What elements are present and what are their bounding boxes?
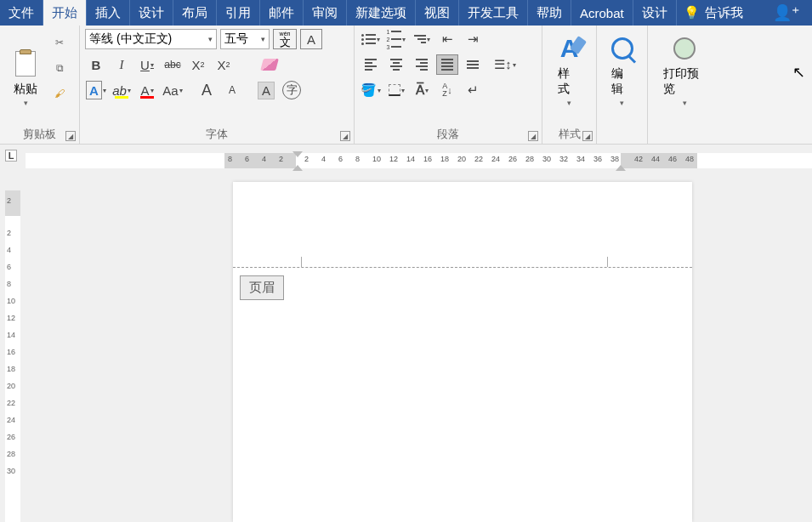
tab-view[interactable]: 视图 (416, 0, 459, 26)
chevron-down-icon: ▾ (567, 99, 571, 107)
vruler-num: 12 (7, 314, 15, 322)
change-case-button[interactable]: Aa▾ (162, 80, 184, 100)
hruler-num: 6 (338, 155, 343, 163)
distributed-button[interactable] (462, 54, 484, 75)
editing-button[interactable]: 编辑 ▾ (601, 29, 644, 125)
highlight-button[interactable]: ab▾ (111, 80, 133, 100)
chevron-down-icon: ▾ (427, 36, 430, 43)
hruler-num: 4 (321, 155, 326, 163)
superscript-button[interactable]: X2 (213, 54, 235, 75)
align-left-button[interactable] (360, 54, 382, 75)
paste-dropdown-caret[interactable]: ▾ (24, 99, 28, 107)
bullets-button[interactable]: ▾ (360, 29, 382, 49)
hruler-num: 4 (262, 155, 266, 163)
align-justify-button[interactable] (436, 54, 458, 75)
phonetic-guide-button[interactable]: wén 文 (273, 29, 297, 49)
vruler-num: 2 (7, 196, 11, 205)
group-paragraph: ▾ 123▾ ▾ ⇤ ⇥ ☰↕▾ 🪣▾ ▾ (355, 26, 542, 144)
clear-format-button[interactable] (258, 54, 281, 75)
line-spacing-button[interactable]: ☰↕▾ (494, 54, 516, 75)
eraser-icon (260, 59, 279, 71)
tab-help[interactable]: 帮助 (528, 0, 571, 26)
group-font: 等线 (中文正文) ▾ 五号 ▾ wén 文 A B I (80, 26, 355, 144)
share-icon[interactable]: 👤⁺ (761, 0, 812, 26)
cut-button[interactable]: ✂ (51, 34, 68, 51)
hruler-num: 14 (406, 155, 415, 163)
page[interactable]: 页眉 (233, 182, 692, 522)
tab-acrobat[interactable]: Acrobat (571, 0, 633, 26)
circleA-icon: 字 (282, 81, 301, 99)
tab-design[interactable]: 设计 (130, 0, 173, 26)
tell-me[interactable]: 💡 告诉我 (684, 0, 743, 26)
text-direction-button[interactable]: A̅▾ (411, 80, 433, 100)
document-area: L 224681012141618202224262830 8642246810… (0, 145, 812, 522)
chevron-down-icon: ▾ (150, 61, 154, 69)
font-size-value: 五号 (224, 31, 248, 47)
distributed-icon (467, 60, 479, 69)
right-indent-marker[interactable] (616, 165, 626, 171)
chevron-down-icon: ▾ (128, 87, 131, 94)
styles-button[interactable]: A 样式 ▾ (548, 29, 591, 125)
circle-icon (673, 37, 696, 60)
format-painter-button[interactable]: 🖌 (51, 85, 68, 102)
tab-design2[interactable]: 设计 (633, 0, 677, 26)
horizontal-ruler[interactable]: 8642246810121416182022242628303234363842… (26, 153, 812, 168)
paragraph-launcher[interactable]: ◢ (528, 131, 538, 141)
header-left-mark (301, 257, 302, 267)
font-name-combo[interactable]: 等线 (中文正文) ▾ (85, 29, 217, 49)
tab-review[interactable]: 审阅 (304, 0, 347, 26)
borders-button[interactable]: ▾ (385, 80, 407, 100)
styles-launcher[interactable]: ◢ (582, 131, 593, 141)
enclose-char-button[interactable]: 字 (281, 80, 303, 100)
tab-file[interactable]: 文件 (0, 0, 43, 26)
decrease-indent-button[interactable]: ⇤ (436, 29, 458, 49)
vruler-num: 10 (7, 297, 15, 305)
bucket-icon: 🪣 (361, 82, 377, 98)
bold-button[interactable]: B (85, 54, 107, 75)
shrink-font-button[interactable]: A (221, 80, 243, 100)
char-border-button[interactable]: A (300, 29, 322, 49)
tab-devtools[interactable]: 开发工具 (459, 0, 528, 26)
tab-newtab[interactable]: 新建选项 (347, 0, 416, 26)
tab-insert[interactable]: 插入 (87, 0, 130, 26)
first-line-indent-marker[interactable] (292, 151, 303, 157)
align-center-icon (390, 59, 402, 71)
paste-button[interactable]: 粘贴 ▾ (5, 29, 46, 125)
strike-button[interactable]: abc (162, 54, 184, 75)
grow-font-button[interactable]: A (196, 80, 218, 100)
copy-button[interactable]: ⧉ (51, 60, 68, 77)
tab-selector[interactable]: L (5, 150, 17, 162)
hruler-num: 30 (542, 155, 551, 163)
paste-icon (14, 49, 37, 78)
increase-indent-button[interactable]: ⇥ (462, 29, 484, 49)
align-right-button[interactable] (411, 54, 433, 75)
line-spacing-icon: ☰↕ (494, 57, 512, 72)
sort-button[interactable]: AZ↓ (436, 80, 458, 100)
subscript-button[interactable]: X2 (187, 54, 209, 75)
italic-button[interactable]: I (111, 54, 133, 75)
clipboard-launcher[interactable]: ◢ (65, 131, 76, 141)
font-color-button[interactable]: A▾ (136, 80, 158, 100)
shading-button[interactable]: 🪣▾ (360, 80, 382, 100)
multilevel-button[interactable]: ▾ (411, 29, 433, 49)
hanging-indent-marker[interactable] (292, 165, 303, 171)
vruler-num: 4 (7, 246, 11, 254)
print-preview-button[interactable]: 打印预览 ▾ (653, 29, 716, 125)
vruler-num: 16 (7, 348, 15, 356)
text-effects-button[interactable]: A▾ (85, 80, 107, 100)
show-marks-button[interactable]: ↵ (462, 80, 484, 100)
tab-references[interactable]: 引用 (217, 0, 260, 26)
font-size-combo[interactable]: 五号 ▾ (220, 29, 270, 49)
hruler-num: 44 (651, 155, 660, 163)
align-center-button[interactable] (385, 54, 407, 75)
underline-button[interactable]: U▾ (136, 54, 158, 75)
tab-layout[interactable]: 布局 (173, 0, 217, 26)
char-shading-button[interactable]: A (255, 80, 277, 100)
tab-mailings[interactable]: 邮件 (260, 0, 304, 26)
tab-home[interactable]: 开始 (43, 0, 87, 26)
font-launcher[interactable]: ◢ (340, 131, 350, 141)
numbering-button[interactable]: 123▾ (385, 29, 407, 49)
vertical-ruler[interactable]: L 224681012141618202224262830 (0, 145, 26, 522)
styles-icon: A (560, 34, 579, 63)
hruler-num: 22 (474, 155, 483, 163)
